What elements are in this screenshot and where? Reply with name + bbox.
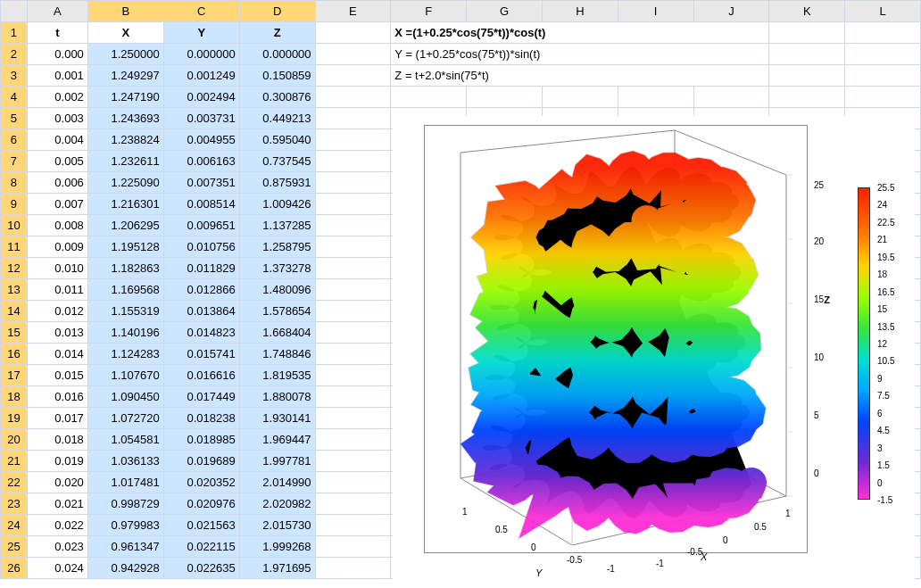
cell-D18[interactable]: 1.880078 bbox=[239, 386, 315, 408]
cell-E14[interactable] bbox=[315, 301, 391, 322]
cell-D6[interactable]: 0.595040 bbox=[239, 129, 315, 151]
col-header-J[interactable]: J bbox=[693, 1, 769, 22]
cell-B13[interactable]: 1.169568 bbox=[87, 279, 163, 301]
cell-A21[interactable]: 0.019 bbox=[27, 451, 87, 472]
row-header-24[interactable]: 24 bbox=[1, 515, 28, 536]
cell-K4[interactable] bbox=[769, 87, 845, 108]
row-header-20[interactable]: 20 bbox=[1, 429, 28, 451]
cell-A20[interactable]: 0.018 bbox=[27, 429, 87, 451]
col-header-B[interactable]: B bbox=[87, 1, 163, 22]
cell-A17[interactable]: 0.015 bbox=[27, 365, 87, 386]
cell-B11[interactable]: 1.195128 bbox=[87, 236, 163, 258]
cell-A24[interactable]: 0.022 bbox=[27, 515, 87, 536]
cell-A2[interactable]: 0.000 bbox=[27, 44, 87, 65]
cell-C7[interactable]: 0.006163 bbox=[163, 151, 239, 172]
cell-C10[interactable]: 0.009651 bbox=[163, 215, 239, 236]
cell-E9[interactable] bbox=[315, 194, 391, 215]
cell-B21[interactable]: 1.036133 bbox=[87, 451, 163, 472]
cell-A6[interactable]: 0.004 bbox=[27, 129, 87, 151]
cell-I4[interactable] bbox=[618, 87, 693, 108]
row-header-8[interactable]: 8 bbox=[1, 172, 28, 194]
cell-G4[interactable] bbox=[467, 87, 543, 108]
cell-E25[interactable] bbox=[315, 536, 391, 558]
cell-D12[interactable]: 1.373278 bbox=[239, 258, 315, 279]
cell-B4[interactable]: 1.247190 bbox=[87, 87, 163, 108]
cell-C18[interactable]: 0.017449 bbox=[163, 386, 239, 408]
cell-D1[interactable]: Z bbox=[239, 22, 315, 44]
row-header-25[interactable]: 25 bbox=[1, 536, 28, 558]
cell-D7[interactable]: 0.737545 bbox=[239, 151, 315, 172]
cell-F3[interactable]: Z = t+2.0*sin(75*t) bbox=[391, 65, 769, 87]
row-header-16[interactable]: 16 bbox=[1, 344, 28, 365]
cell-B18[interactable]: 1.090450 bbox=[87, 386, 163, 408]
col-header-L[interactable]: L bbox=[845, 1, 921, 22]
cell-D13[interactable]: 1.480096 bbox=[239, 279, 315, 301]
cell-B22[interactable]: 1.017481 bbox=[87, 472, 163, 493]
row-header-11[interactable]: 11 bbox=[1, 236, 28, 258]
row-header-17[interactable]: 17 bbox=[1, 365, 28, 386]
cell-B23[interactable]: 0.998729 bbox=[87, 493, 163, 515]
row-header-12[interactable]: 12 bbox=[1, 258, 28, 279]
cell-A7[interactable]: 0.005 bbox=[27, 151, 87, 172]
cell-L2[interactable] bbox=[845, 44, 921, 65]
cell-C2[interactable]: 0.000000 bbox=[163, 44, 239, 65]
row-header-3[interactable]: 3 bbox=[1, 65, 28, 87]
cell-A3[interactable]: 0.001 bbox=[27, 65, 87, 87]
cell-E16[interactable] bbox=[315, 344, 391, 365]
cell-D14[interactable]: 1.578654 bbox=[239, 301, 315, 322]
cell-B2[interactable]: 1.250000 bbox=[87, 44, 163, 65]
cell-E5[interactable] bbox=[315, 108, 391, 129]
cell-A9[interactable]: 0.007 bbox=[27, 194, 87, 215]
cell-B19[interactable]: 1.072720 bbox=[87, 408, 163, 429]
row-header-13[interactable]: 13 bbox=[1, 279, 28, 301]
cell-F1[interactable]: X =(1+0.25*cos(75*t))*cos(t) bbox=[391, 22, 769, 44]
cell-D4[interactable]: 0.300876 bbox=[239, 87, 315, 108]
row-header-18[interactable]: 18 bbox=[1, 386, 28, 408]
cell-B17[interactable]: 1.107670 bbox=[87, 365, 163, 386]
cell-D8[interactable]: 0.875931 bbox=[239, 172, 315, 194]
cell-C19[interactable]: 0.018238 bbox=[163, 408, 239, 429]
col-header-A[interactable]: A bbox=[27, 1, 87, 22]
cell-A16[interactable]: 0.014 bbox=[27, 344, 87, 365]
cell-C4[interactable]: 0.002494 bbox=[163, 87, 239, 108]
cell-J4[interactable] bbox=[693, 87, 769, 108]
cell-C5[interactable]: 0.003731 bbox=[163, 108, 239, 129]
cell-E2[interactable] bbox=[315, 44, 391, 65]
cell-C6[interactable]: 0.004955 bbox=[163, 129, 239, 151]
cell-A1[interactable]: t bbox=[27, 22, 87, 44]
cell-E18[interactable] bbox=[315, 386, 391, 408]
cell-K3[interactable] bbox=[769, 65, 845, 87]
row-header-1[interactable]: 1 bbox=[1, 22, 28, 44]
cell-F4[interactable] bbox=[391, 87, 467, 108]
cell-D11[interactable]: 1.258795 bbox=[239, 236, 315, 258]
cell-L4[interactable] bbox=[845, 87, 921, 108]
cell-B25[interactable]: 0.961347 bbox=[87, 536, 163, 558]
cell-C14[interactable]: 0.013864 bbox=[163, 301, 239, 322]
cell-A5[interactable]: 0.003 bbox=[27, 108, 87, 129]
cell-E6[interactable] bbox=[315, 129, 391, 151]
cell-L1[interactable] bbox=[845, 22, 921, 44]
col-header-C[interactable]: C bbox=[163, 1, 239, 22]
cell-D23[interactable]: 2.020982 bbox=[239, 493, 315, 515]
cell-B24[interactable]: 0.979983 bbox=[87, 515, 163, 536]
cell-D26[interactable]: 1.971695 bbox=[239, 558, 315, 579]
cell-E19[interactable] bbox=[315, 408, 391, 429]
col-header-K[interactable]: K bbox=[769, 1, 845, 22]
cell-E8[interactable] bbox=[315, 172, 391, 194]
cell-A15[interactable]: 0.013 bbox=[27, 322, 87, 344]
cell-A12[interactable]: 0.010 bbox=[27, 258, 87, 279]
cell-E3[interactable] bbox=[315, 65, 391, 87]
cell-B20[interactable]: 1.054581 bbox=[87, 429, 163, 451]
col-header-G[interactable]: G bbox=[467, 1, 543, 22]
cell-A25[interactable]: 0.023 bbox=[27, 536, 87, 558]
cell-K2[interactable] bbox=[769, 44, 845, 65]
cell-B14[interactable]: 1.155319 bbox=[87, 301, 163, 322]
row-header-19[interactable]: 19 bbox=[1, 408, 28, 429]
cell-C17[interactable]: 0.016616 bbox=[163, 365, 239, 386]
row-header-9[interactable]: 9 bbox=[1, 194, 28, 215]
cell-A23[interactable]: 0.021 bbox=[27, 493, 87, 515]
cell-K1[interactable] bbox=[769, 22, 845, 44]
cell-C20[interactable]: 0.018985 bbox=[163, 429, 239, 451]
embedded-3d-chart[interactable]: Z X Y 25 20 15 10 5 0 1 0.5 0 -0.5 -1 1 … bbox=[393, 116, 915, 580]
cell-E21[interactable] bbox=[315, 451, 391, 472]
